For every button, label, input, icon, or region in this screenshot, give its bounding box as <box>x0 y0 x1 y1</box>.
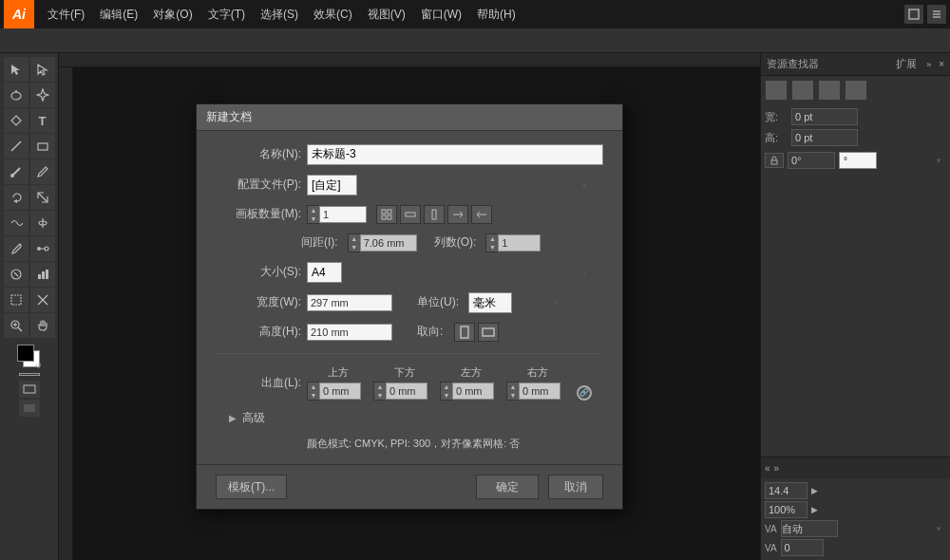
bleed-left-input[interactable] <box>452 383 494 400</box>
bleed-right-arrows[interactable]: ▲ ▼ <box>506 382 519 401</box>
tool-rotate[interactable] <box>4 185 28 210</box>
name-input[interactable] <box>307 144 603 165</box>
angle-input[interactable] <box>788 152 835 169</box>
tool-slice[interactable] <box>30 288 55 312</box>
toolbar-icon-2[interactable] <box>927 5 946 24</box>
layout-rtl-icon[interactable] <box>471 205 492 224</box>
spacing-down[interactable]: ▼ <box>349 243 360 252</box>
tool-select[interactable] <box>4 57 28 82</box>
tool-brush[interactable] <box>4 159 28 184</box>
tool-hand[interactable] <box>30 313 55 338</box>
angle-select[interactable]: ° <box>839 152 877 169</box>
bleed-left-up[interactable]: ▲ <box>441 383 452 391</box>
bleed-top-arrows[interactable]: ▲ ▼ <box>307 382 319 401</box>
tool-scale[interactable] <box>30 185 55 210</box>
cancel-button[interactable]: 取消 <box>548 475 603 499</box>
tool-pencil[interactable] <box>30 159 55 184</box>
bleed-top-down[interactable]: ▼ <box>308 391 319 400</box>
bleed-right-input[interactable] <box>519 383 560 400</box>
tool-screenmode[interactable] <box>19 400 40 417</box>
bleed-top-input[interactable] <box>319 383 361 400</box>
panel-icon-3[interactable] <box>818 80 841 101</box>
menu-select[interactable]: 选择(S) <box>253 0 306 28</box>
panel-chevron[interactable]: » <box>926 60 931 69</box>
tool-warp[interactable] <box>4 211 28 235</box>
profile-label: 配置文件(P): <box>216 177 301 193</box>
toolbar-icon-1[interactable] <box>904 5 923 24</box>
auto-select[interactable]: 自动 <box>781 520 838 537</box>
menu-file[interactable]: 文件(F) <box>40 0 92 28</box>
bleed-bottom-input[interactable] <box>386 383 428 400</box>
menu-view[interactable]: 视图(V) <box>360 0 413 28</box>
tool-zoom[interactable] <box>4 313 28 338</box>
panel-close[interactable]: × <box>939 59 944 69</box>
tool-artboard[interactable] <box>4 288 28 312</box>
layout-row-icon[interactable] <box>400 205 421 224</box>
menu-text[interactable]: 文字(T) <box>200 0 253 28</box>
ok-button[interactable]: 确定 <box>476 475 539 499</box>
menu-effect[interactable]: 效果(C) <box>306 0 360 28</box>
spacing-arrows[interactable]: ▲ ▼ <box>348 233 360 252</box>
menu-help[interactable]: 帮助(H) <box>469 0 523 28</box>
layout-ltr-icon[interactable] <box>447 205 468 224</box>
panel-icon-2[interactable] <box>791 80 814 101</box>
bleed-left-arrows[interactable]: ▲ ▼ <box>440 382 452 401</box>
menu-object[interactable]: 对象(O) <box>145 0 200 28</box>
tool-symbol[interactable] <box>4 262 28 287</box>
bleed-right-up[interactable]: ▲ <box>507 383 519 391</box>
portrait-icon[interactable] <box>454 323 475 342</box>
expand-label[interactable]: 扩展 <box>896 57 917 71</box>
zoom-input[interactable] <box>765 501 808 518</box>
svg-rect-37 <box>461 327 468 338</box>
tool-lasso[interactable] <box>4 83 28 107</box>
bleed-top-up[interactable]: ▲ <box>308 383 319 391</box>
tool-width[interactable] <box>30 211 55 235</box>
tool-drawmode[interactable] <box>19 381 40 398</box>
unit-select[interactable]: 毫米 <box>468 292 512 313</box>
size-select[interactable]: A4 <box>307 262 342 283</box>
advanced-triangle[interactable]: ▶ <box>229 413 237 423</box>
bleed-bottom-down[interactable]: ▼ <box>374 391 386 400</box>
height-input[interactable] <box>307 324 392 341</box>
template-button[interactable]: 模板(T)... <box>216 475 287 499</box>
layout-col-icon[interactable] <box>424 205 445 224</box>
value2-input[interactable] <box>781 539 824 556</box>
menu-edit[interactable]: 编辑(E) <box>92 0 145 28</box>
spacing-up[interactable]: ▲ <box>349 234 360 243</box>
tool-select2[interactable] <box>30 57 55 82</box>
bleed-bottom-up[interactable]: ▲ <box>374 383 386 391</box>
tool-magic[interactable] <box>30 83 55 107</box>
artboard-count-arrows[interactable]: ▲ ▼ <box>307 205 319 224</box>
layout-grid-icon[interactable] <box>376 205 397 224</box>
landscape-icon[interactable] <box>478 323 499 342</box>
artboard-count-down[interactable]: ▼ <box>308 215 319 223</box>
columns-down[interactable]: ▼ <box>486 243 498 252</box>
panel-icon-4[interactable] <box>845 80 867 101</box>
tool-line[interactable] <box>4 134 28 159</box>
bleed-link-icon[interactable]: 🔗 <box>577 385 592 401</box>
artboard-count-up[interactable]: ▲ <box>308 206 319 215</box>
advanced-label[interactable]: 高级 <box>242 410 265 426</box>
profile-select[interactable]: [自定] <box>307 175 357 196</box>
height-panel-input[interactable] <box>791 129 858 146</box>
tool-text[interactable]: T <box>30 108 55 133</box>
width-input[interactable] <box>307 294 392 311</box>
artboard-count-input[interactable] <box>319 206 367 223</box>
width-panel-input[interactable] <box>791 108 858 125</box>
tool-eyedrop[interactable] <box>4 236 28 261</box>
lock-proportions-icon[interactable] <box>765 153 784 168</box>
tool-pen[interactable] <box>4 108 28 133</box>
columns-input[interactable] <box>498 234 541 252</box>
tool-rect[interactable] <box>30 134 55 159</box>
menu-window[interactable]: 窗口(W) <box>413 0 469 28</box>
panel-icon-1[interactable] <box>765 80 788 101</box>
columns-arrows[interactable]: ▲ ▼ <box>485 233 498 252</box>
bleed-right-down[interactable]: ▼ <box>507 391 519 400</box>
tool-blend[interactable] <box>30 236 55 261</box>
tool-graph[interactable] <box>30 262 55 287</box>
columns-up[interactable]: ▲ <box>486 234 498 243</box>
bleed-left-down[interactable]: ▼ <box>441 391 452 400</box>
value1-input[interactable] <box>765 482 808 499</box>
spacing-input[interactable] <box>360 234 417 252</box>
bleed-bottom-arrows[interactable]: ▲ ▼ <box>373 382 386 401</box>
